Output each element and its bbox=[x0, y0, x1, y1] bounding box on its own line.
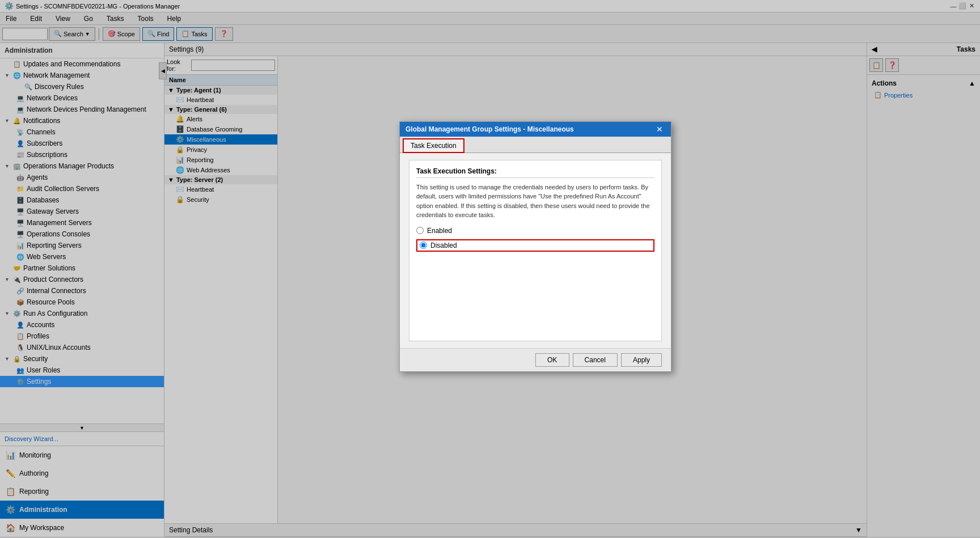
modal-cancel-button[interactable]: Cancel bbox=[573, 353, 618, 367]
modal-overlay: Global Management Group Settings - Misce… bbox=[0, 0, 980, 538]
modal-section-title: Task Execution Settings: bbox=[416, 167, 654, 178]
modal-apply-button[interactable]: Apply bbox=[621, 353, 662, 367]
radio-enabled[interactable] bbox=[416, 227, 424, 234]
radio-disabled[interactable] bbox=[420, 242, 427, 249]
modal-footer: OK Cancel Apply bbox=[400, 348, 671, 371]
radio-disabled-box: Disabled bbox=[416, 239, 654, 252]
radio-enabled-label[interactable]: Enabled bbox=[416, 227, 654, 235]
modal-ok-button[interactable]: OK bbox=[535, 353, 569, 367]
modal-title: Global Management Group Settings - Misce… bbox=[405, 125, 574, 133]
tab-task-execution[interactable]: Task Execution bbox=[403, 139, 464, 152]
modal-tabs: Task Execution bbox=[400, 137, 671, 153]
modal-close-button[interactable]: ✕ bbox=[654, 125, 665, 134]
modal-dialog: Global Management Group Settings - Misce… bbox=[399, 121, 671, 372]
tab-task-execution-label: Task Execution bbox=[411, 142, 457, 150]
radio-enabled-text: Enabled bbox=[427, 227, 452, 235]
radio-disabled-text: Disabled bbox=[430, 242, 457, 249]
modal-description: This setting is used to manage the crede… bbox=[416, 183, 654, 220]
modal-title-bar: Global Management Group Settings - Misce… bbox=[400, 122, 671, 137]
modal-body-inner: Task Execution Settings: This setting is… bbox=[409, 160, 662, 341]
radio-disabled-label[interactable]: Disabled bbox=[420, 242, 457, 249]
modal-radio-group: Enabled Disabled bbox=[416, 227, 654, 252]
modal-body: Task Execution Settings: This setting is… bbox=[400, 153, 671, 348]
